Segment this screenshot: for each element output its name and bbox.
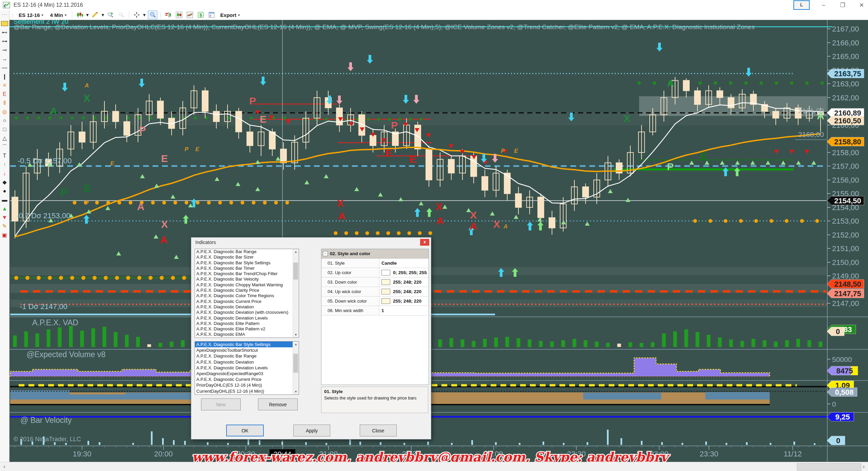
list-item[interactable]: A.P.E.X. Diagnostic Bar Timer: [195, 266, 299, 271]
list-item[interactable]: A.P.E.X. Diagnostic Deviation: [195, 304, 299, 310]
property-value[interactable]: 255; 248; 220: [379, 289, 429, 294]
list-item[interactable]: A.P.E.X. Diagnostic Current Price: [195, 299, 299, 304]
property-row[interactable]: 06. Min wick width1: [321, 306, 429, 315]
list-item[interactable]: A.P.E.X. Diagnostic Choppy Market Warnin…: [195, 282, 299, 288]
indicator-properties-grid[interactable]: − 02. Style and color 01. StyleCandle02.…: [321, 249, 429, 385]
list-item[interactable]: A.P.E.X. Diagnostic Elite Pattern v2: [195, 326, 299, 332]
indicators-button[interactable]: [164, 11, 173, 19]
color-swatch[interactable]: [381, 298, 390, 304]
list-item[interactable]: A.P.E.X. Diagnostic Bar Velocity: [195, 277, 299, 282]
close-dialog-button[interactable]: Close: [360, 425, 397, 436]
property-row[interactable]: 01. StyleCandle: [321, 259, 429, 268]
list-item[interactable]: CurrentDayOHL(ES 12-16 (4 Min)): [195, 388, 299, 394]
list-item[interactable]: A.P.E.X. Diagnostic Bar Range: [195, 353, 299, 359]
list-item[interactable]: A.P.E.X. Diagnostic Bar Style Settings: [195, 342, 299, 347]
available-indicators-list[interactable]: A.P.E.X. Diagnostic Bar RangeA.P.E.X. Di…: [195, 249, 299, 338]
list-item[interactable]: A.P.E.X. Diagnostic Deviation: [195, 359, 299, 365]
scrollbar-thumb[interactable]: [293, 354, 298, 373]
drag-handle-icon[interactable]: ⋯: [0, 10, 9, 19]
scroll-down-icon[interactable]: ▼: [293, 389, 299, 394]
instrument-selector[interactable]: ES 12-16▾: [16, 12, 46, 19]
apply-button[interactable]: Apply: [293, 425, 330, 436]
ellipse-icon[interactable]: ○: [0, 116, 9, 125]
triangle-down-marker-icon[interactable]: ▼: [0, 213, 9, 222]
triangle-up-marker-icon[interactable]: ▲: [0, 204, 9, 213]
export-button[interactable]: Export▾: [218, 12, 242, 19]
chevron-down-icon[interactable]: ▾: [143, 12, 146, 18]
fibonacci-circle-icon[interactable]: ◎: [0, 107, 9, 116]
dialog-close-button[interactable]: x: [420, 239, 429, 246]
property-row[interactable]: 05. Down wick color255; 248; 220: [321, 296, 429, 306]
scroll-left-icon[interactable]: ‹: [3, 464, 5, 470]
property-row[interactable]: 04. Up wick color255; 248; 220: [321, 287, 429, 296]
arrow-line-icon[interactable]: →: [0, 55, 9, 63]
list-item[interactable]: A.P.E.X. Diagnostic Clarity Price: [195, 288, 299, 293]
list-item[interactable]: PriorDayOHLC(ES 12-16 (4 Min)): [195, 382, 299, 388]
list-item[interactable]: A.P.E.X. Diagnostic Deviation Levels: [195, 365, 299, 371]
data-box-button[interactable]: [148, 11, 157, 19]
account-data-button[interactable]: $: [196, 11, 205, 19]
remove-button[interactable]: Remove: [258, 398, 298, 410]
strategy-analyzer-button[interactable]: [185, 11, 194, 19]
property-row[interactable]: 03. Down color255; 248; 220: [321, 278, 429, 287]
dialog-titlebar[interactable]: Indicators x: [191, 238, 431, 247]
interval-selector[interactable]: 4 Min▾: [48, 12, 69, 19]
chart-style-button[interactable]: [75, 11, 84, 19]
maximize-button[interactable]: ❐: [837, 2, 848, 9]
list-item[interactable]: ApexDiagnosticToolbarShortcut: [195, 347, 299, 353]
property-group-header[interactable]: − 02. Style and color: [321, 249, 429, 259]
close-button[interactable]: ✕: [856, 2, 867, 9]
list-item[interactable]: A.P.E.X. Diagnostic EMA: [195, 332, 299, 337]
link-button[interactable]: L: [793, 0, 810, 10]
vertical-line-icon[interactable]: ❙: [0, 72, 9, 81]
minimize-button[interactable]: –: [818, 2, 829, 8]
list-item[interactable]: A.P.E.X. Diagnostic Bar Sizer: [195, 254, 299, 260]
crosshair-button[interactable]: [132, 11, 141, 19]
chart-properties-button[interactable]: [175, 11, 183, 19]
property-value[interactable]: 1: [379, 308, 429, 313]
output-window-button[interactable]: [207, 11, 216, 19]
chevron-down-icon[interactable]: ▾: [101, 12, 104, 18]
horizontal-line-icon[interactable]: —: [0, 63, 9, 72]
chart-canvas[interactable]: AXAPEPEPEPEPEAXAXAPEEXAXAXAPEAXPEAI-0.5 …: [0, 0, 868, 471]
collapse-icon[interactable]: −: [323, 251, 328, 256]
list-item[interactable]: A.P.E.X. Diagnostic Current Price: [195, 376, 299, 382]
ok-button[interactable]: OK: [226, 425, 264, 436]
property-value[interactable]: 0; 255; 255; 255: [379, 270, 429, 275]
zoom-in-button[interactable]: [106, 11, 115, 19]
arrow-up-marker-icon[interactable]: ↑: [0, 160, 9, 169]
list-item[interactable]: A.P.E.X. Diagnostic Deviation Levels: [195, 315, 299, 321]
color-swatch[interactable]: [381, 289, 390, 294]
scroll-right-icon[interactable]: ›: [863, 464, 865, 470]
vertical-scrollbar[interactable]: ▲▼: [293, 342, 299, 394]
indicators-dialog[interactable]: Indicators x A.P.E.X. Diagnostic Bar Ran…: [191, 237, 431, 439]
new-button[interactable]: New: [201, 398, 241, 410]
dot-marker-icon[interactable]: ●: [0, 187, 9, 196]
drawing-tools-button[interactable]: [91, 11, 99, 19]
toolbar-drag-handle-icon[interactable]: ⋮: [11, 13, 14, 18]
color-swatch[interactable]: [381, 270, 390, 275]
list-item[interactable]: A.P.E.X. Diagnostic Deviation (with cros…: [195, 310, 299, 315]
triangle-icon[interactable]: △: [0, 134, 9, 143]
list-item[interactable]: ApexDiagnosticExpectedRange03: [195, 371, 299, 376]
property-row[interactable]: 02. Up color0; 255; 255; 255: [321, 268, 429, 278]
list-item[interactable]: A.P.E.X. Diagnostic Bar Style Settings: [195, 260, 299, 266]
ray-icon[interactable]: ⊶: [0, 37, 9, 46]
chevron-down-icon[interactable]: ▾: [86, 12, 89, 18]
ruler-icon[interactable]: [1, 21, 8, 26]
property-value[interactable]: 255; 248; 220: [379, 279, 429, 285]
scrollbar-thumb[interactable]: [797, 463, 861, 471]
scroll-down-icon[interactable]: ▼: [293, 332, 299, 337]
list-item[interactable]: A.P.E.X. Diagnostic Bar Range: [195, 249, 299, 254]
scrollbar-thumb[interactable]: [293, 263, 298, 280]
property-value[interactable]: 255; 248; 220: [379, 298, 429, 304]
property-value[interactable]: Candle: [379, 261, 429, 266]
rectangle-icon[interactable]: □: [0, 125, 9, 134]
hot-list-icon[interactable]: ▣: [0, 231, 9, 240]
zoom-out-button[interactable]: [117, 11, 126, 19]
arrow-down-marker-icon[interactable]: ↓: [0, 169, 9, 178]
arc-icon[interactable]: ⌒: [0, 143, 9, 151]
fibonacci-extension-icon[interactable]: E: [0, 90, 9, 99]
horizontal-scrollbar[interactable]: ‹ ›: [0, 462, 868, 471]
color-swatch[interactable]: [381, 279, 390, 285]
